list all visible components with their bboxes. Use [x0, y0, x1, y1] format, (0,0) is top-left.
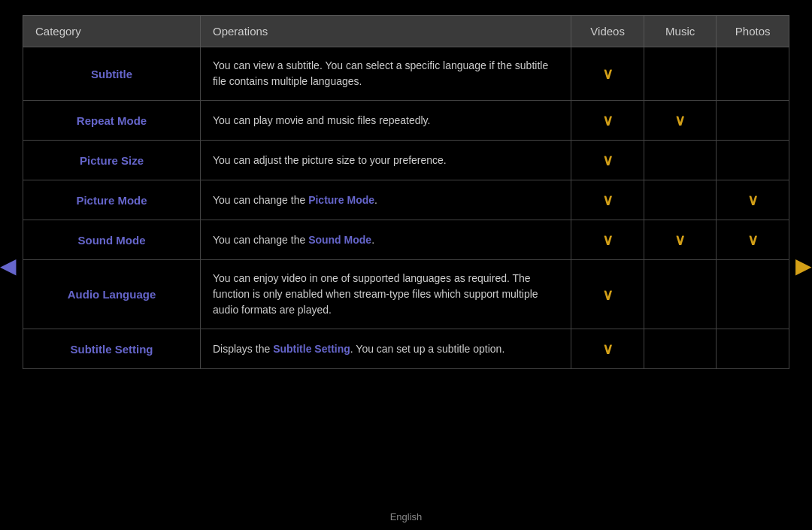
music-picture-mode[interactable]	[644, 180, 717, 220]
table-row: Picture SizeYou can adjust the picture s…	[23, 141, 789, 180]
category-repeat-mode: Repeat Mode	[23, 101, 201, 141]
videos-chevron-audio-language[interactable]: ∨	[602, 286, 614, 303]
videos-chevron-repeat-mode[interactable]: ∨	[602, 112, 614, 129]
videos-chevron-sound-mode[interactable]: ∨	[602, 232, 614, 248]
footer-language: English	[390, 511, 423, 522]
category-picture-size: Picture Size	[23, 141, 201, 180]
operations-picture-size: You can adjust the picture size to your …	[200, 141, 571, 180]
header-videos: Videos	[571, 16, 644, 47]
table-row: Repeat ModeYou can play movie and music …	[23, 101, 789, 141]
videos-subtitle-setting[interactable]: ∨	[571, 329, 644, 369]
highlight-picture-mode: Picture Mode	[308, 194, 374, 206]
videos-repeat-mode[interactable]: ∨	[571, 101, 644, 141]
music-picture-size[interactable]	[644, 141, 717, 180]
operations-audio-language: You can enjoy video in one of supported …	[200, 260, 571, 329]
table-header-row: Category Operations Videos Music Photos	[23, 16, 789, 47]
table-row: Sound ModeYou can change the Sound Mode.…	[23, 220, 789, 260]
videos-audio-language[interactable]: ∨	[571, 260, 644, 329]
photos-chevron-picture-mode[interactable]: ∨	[747, 192, 759, 208]
operations-sound-mode: You can change the Sound Mode.	[200, 220, 571, 260]
music-subtitle-setting[interactable]	[644, 329, 717, 369]
table-row: Audio LanguageYou can enjoy video in one…	[23, 260, 789, 329]
header-photos: Photos	[717, 16, 789, 47]
header-music: Music	[644, 16, 717, 47]
videos-subtitle[interactable]: ∨	[571, 47, 644, 101]
videos-chevron-picture-size[interactable]: ∨	[602, 152, 614, 168]
category-subtitle-setting: Subtitle Setting	[23, 329, 201, 369]
music-sound-mode[interactable]: ∨	[644, 220, 717, 260]
main-content: Category Operations Videos Music Photos …	[23, 15, 789, 500]
photos-repeat-mode[interactable]	[717, 101, 789, 141]
category-audio-language: Audio Language	[23, 260, 201, 329]
operations-repeat-mode: You can play movie and music files repea…	[200, 101, 571, 141]
category-sound-mode: Sound Mode	[23, 220, 201, 260]
nav-left-arrow[interactable]: ◀	[0, 253, 17, 277]
category-subtitle: Subtitle	[23, 47, 201, 101]
table-row: Subtitle SettingDisplays the Subtitle Se…	[23, 329, 789, 369]
photos-picture-mode[interactable]: ∨	[717, 180, 789, 220]
photos-chevron-sound-mode[interactable]: ∨	[747, 232, 759, 248]
operations-subtitle-setting: Displays the Subtitle Setting. You can s…	[200, 329, 571, 369]
photos-picture-size[interactable]	[717, 141, 789, 180]
music-subtitle[interactable]	[644, 47, 717, 101]
videos-picture-mode[interactable]: ∨	[571, 180, 644, 220]
photos-subtitle-setting[interactable]	[717, 329, 789, 369]
videos-sound-mode[interactable]: ∨	[571, 220, 644, 260]
photos-audio-language[interactable]	[717, 260, 789, 329]
highlight-sound-mode: Sound Mode	[308, 234, 371, 246]
photos-subtitle[interactable]	[717, 47, 789, 101]
music-repeat-mode[interactable]: ∨	[644, 101, 717, 141]
table-row: SubtitleYou can view a subtitle. You can…	[23, 47, 789, 101]
operations-picture-mode: You can change the Picture Mode.	[200, 180, 571, 220]
features-table: Category Operations Videos Music Photos …	[23, 15, 789, 369]
music-audio-language[interactable]	[644, 260, 717, 329]
videos-chevron-picture-mode[interactable]: ∨	[602, 192, 614, 208]
header-operations: Operations	[200, 16, 571, 47]
header-category: Category	[23, 16, 201, 47]
operations-subtitle: You can view a subtitle. You can select …	[200, 47, 571, 101]
category-picture-mode: Picture Mode	[23, 180, 201, 220]
music-chevron-repeat-mode[interactable]: ∨	[674, 112, 686, 129]
highlight-subtitle-setting: Subtitle Setting	[273, 343, 350, 355]
videos-chevron-subtitle[interactable]: ∨	[602, 65, 614, 82]
music-chevron-sound-mode[interactable]: ∨	[674, 232, 686, 248]
videos-picture-size[interactable]: ∨	[571, 141, 644, 180]
nav-right-arrow[interactable]: ▶	[795, 253, 812, 277]
table-row: Picture ModeYou can change the Picture M…	[23, 180, 789, 220]
videos-chevron-subtitle-setting[interactable]: ∨	[602, 341, 614, 357]
photos-sound-mode[interactable]: ∨	[717, 220, 789, 260]
